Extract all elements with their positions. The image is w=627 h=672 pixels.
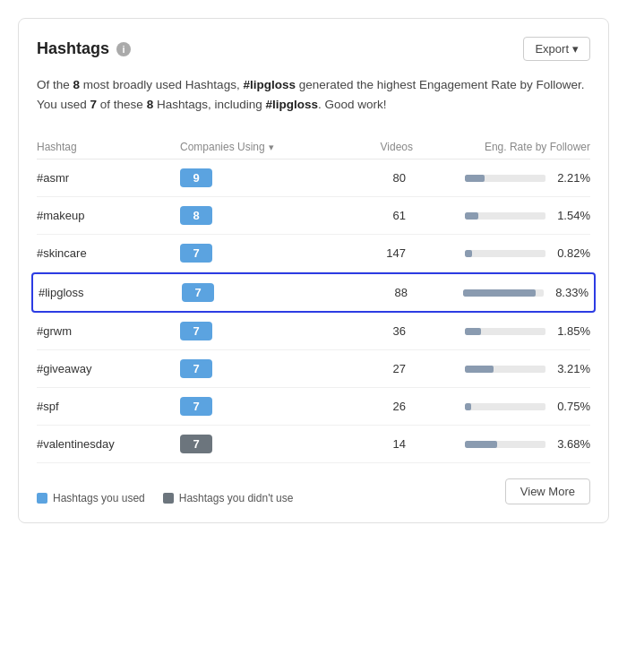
bar-fill <box>465 212 478 220</box>
legend-not-used: Hashtags you didn't use <box>163 492 294 504</box>
bar-container <box>465 250 545 257</box>
hashtag-cell: #skincare <box>37 246 180 260</box>
companies-badge: 8 <box>180 206 212 225</box>
bar-fill <box>465 366 494 373</box>
table-row: #makeup 8 61 1.54% <box>37 197 590 235</box>
videos-cell: 61 <box>323 209 413 222</box>
eng-cell: 3.68% <box>413 437 590 451</box>
eng-rate-value: 0.75% <box>553 400 590 413</box>
badge-cell: 7 <box>180 359 323 378</box>
bar-container <box>463 289 544 297</box>
eng-cell: 0.82% <box>413 246 590 260</box>
bar-container <box>465 441 545 448</box>
bar-container <box>465 175 545 182</box>
videos-cell: 14 <box>323 437 413 451</box>
bar-fill <box>465 403 471 410</box>
videos-cell: 80 <box>323 171 413 185</box>
export-button[interactable]: Export ▾ <box>523 37 590 61</box>
bar-fill <box>465 328 481 335</box>
eng-cell: 8.33% <box>415 286 588 299</box>
hashtag-cell: #lipgloss <box>39 286 182 299</box>
eng-rate-value: 1.85% <box>553 324 590 338</box>
eng-cell: 2.21% <box>413 171 590 185</box>
eng-cell: 1.54% <box>413 209 590 222</box>
bar-fill <box>465 250 472 257</box>
badge-cell: 7 <box>180 397 323 416</box>
title-text: Hashtags <box>37 39 109 58</box>
videos-cell: 147 <box>323 246 413 260</box>
col-companies[interactable]: Companies Using ▾ <box>180 141 323 153</box>
eng-cell: 3.21% <box>413 362 590 375</box>
table-row: #valentinesday 7 14 3.68% <box>37 426 590 463</box>
badge-cell: 7 <box>180 322 323 340</box>
eng-cell: 1.85% <box>413 324 590 338</box>
eng-rate-value: 2.21% <box>553 171 590 185</box>
eng-rate-value: 3.21% <box>553 362 590 375</box>
bar-container <box>465 366 545 373</box>
legend: Hashtags you used Hashtags you didn't us… <box>37 492 293 504</box>
hashtags-card: Hashtags i Export ▾ Of the 8 most broadl… <box>18 18 609 523</box>
hashtag-cell: #makeup <box>37 209 180 222</box>
footer-row: Hashtags you used Hashtags you didn't us… <box>37 478 590 504</box>
videos-cell: 36 <box>323 324 413 338</box>
eng-cell: 0.75% <box>413 400 590 413</box>
companies-badge: 7 <box>180 244 212 263</box>
legend-not-used-dot <box>163 493 174 504</box>
table-row: #grwm 7 36 1.85% <box>37 313 590 350</box>
legend-used: Hashtags you used <box>37 492 145 504</box>
legend-used-dot <box>37 493 47 504</box>
hashtag-cell: #giveaway <box>37 362 180 375</box>
bar-container <box>465 403 545 410</box>
badge-cell: 7 <box>182 283 325 302</box>
badge-cell: 7 <box>180 435 323 453</box>
card-title: Hashtags i <box>37 39 131 58</box>
table-row: #giveaway 7 27 3.21% <box>37 350 590 388</box>
videos-cell: 26 <box>323 400 413 413</box>
bar-container <box>465 328 545 335</box>
col-hashtag: Hashtag <box>37 141 180 153</box>
eng-rate-value: 0.82% <box>553 246 590 260</box>
hashtag-cell: #asmr <box>37 171 180 185</box>
badge-cell: 7 <box>180 244 323 263</box>
companies-badge: 7 <box>180 322 212 340</box>
hashtag-cell: #grwm <box>37 324 180 338</box>
bar-fill <box>465 175 485 182</box>
eng-rate-value: 8.33% <box>551 286 588 299</box>
companies-badge: 7 <box>180 359 212 378</box>
info-icon[interactable]: i <box>116 42 131 56</box>
bar-fill <box>463 289 536 297</box>
table-body: #asmr 9 80 2.21% #makeup 8 61 1.54% <box>37 159 590 463</box>
table-row: #skincare 7 147 0.82% <box>37 235 590 272</box>
companies-badge: 7 <box>180 435 212 453</box>
companies-badge: 9 <box>180 168 212 187</box>
videos-cell: 27 <box>323 362 413 375</box>
videos-cell: 88 <box>325 286 415 299</box>
companies-badge: 7 <box>182 283 214 302</box>
eng-rate-value: 3.68% <box>553 437 590 451</box>
table-row: #lipgloss 7 88 8.33% <box>31 272 596 313</box>
summary-text: Of the 8 most broadly used Hashtags, #li… <box>37 75 590 114</box>
legend-not-used-label: Hashtags you didn't use <box>179 492 294 504</box>
bar-container <box>465 212 545 220</box>
sort-arrow-icon: ▾ <box>269 142 274 153</box>
col-videos: Videos <box>323 141 413 153</box>
legend-used-label: Hashtags you used <box>53 492 145 504</box>
table-header: Hashtag Companies Using ▾ Videos Eng. Ra… <box>37 135 590 159</box>
badge-cell: 9 <box>180 168 323 187</box>
bar-fill <box>465 441 497 448</box>
eng-rate-value: 1.54% <box>553 209 590 222</box>
companies-badge: 7 <box>180 397 212 416</box>
col-eng-rate: Eng. Rate by Follower <box>413 141 590 153</box>
view-more-button[interactable]: View More <box>505 478 590 504</box>
table-row: #asmr 9 80 2.21% <box>37 159 590 197</box>
card-header: Hashtags i Export ▾ <box>37 37 590 61</box>
hashtags-table: Hashtag Companies Using ▾ Videos Eng. Ra… <box>37 135 590 463</box>
hashtag-cell: #spf <box>37 400 180 413</box>
table-row: #spf 7 26 0.75% <box>37 388 590 426</box>
hashtag-cell: #valentinesday <box>37 437 180 451</box>
badge-cell: 8 <box>180 206 323 225</box>
